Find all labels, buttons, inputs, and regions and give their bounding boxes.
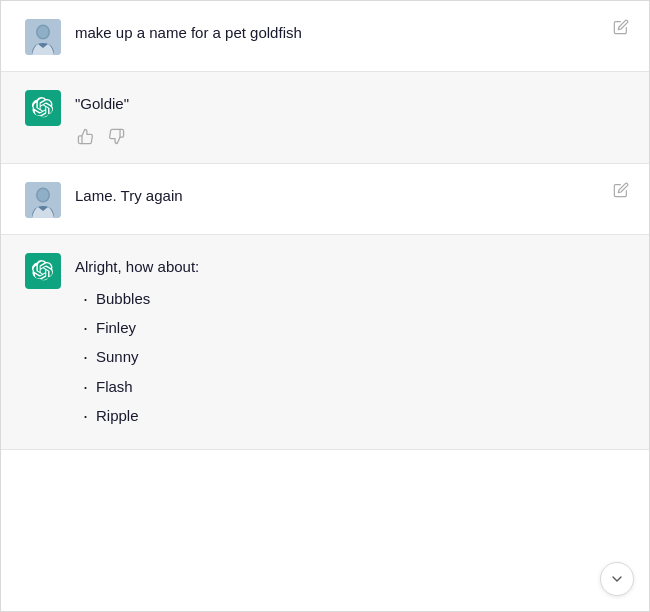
- svg-point-5: [38, 189, 49, 201]
- edit-icon-1[interactable]: [613, 19, 629, 39]
- bullet-text: Ripple: [96, 404, 139, 428]
- list-item: ·Flash: [83, 375, 625, 400]
- ai-message-2: Alright, how about: ·Bubbles·Finley·Sunn…: [1, 235, 649, 450]
- thumbs-down-button-1[interactable]: [106, 126, 127, 147]
- user-avatar: [25, 19, 61, 55]
- ai-message-content-1: "Goldie": [75, 90, 625, 147]
- list-item: ·Sunny: [83, 345, 625, 370]
- bullet-text: Sunny: [96, 345, 139, 369]
- bullet-dot: ·: [83, 375, 88, 400]
- bullet-text: Bubbles: [96, 287, 150, 311]
- feedback-actions-1: [75, 126, 625, 147]
- bullet-dot: ·: [83, 287, 88, 312]
- bullet-text: Flash: [96, 375, 133, 399]
- ai-message-1: "Goldie": [1, 72, 649, 164]
- list-item: ·Ripple: [83, 404, 625, 429]
- list-item: ·Bubbles: [83, 287, 625, 312]
- bullet-dot: ·: [83, 404, 88, 429]
- user-message-2: Lame. Try again: [1, 164, 649, 235]
- thumbs-up-button-1[interactable]: [75, 126, 96, 147]
- user-message-1: make up a name for a pet goldfish: [1, 1, 649, 72]
- ai-message-content-2: Alright, how about: ·Bubbles·Finley·Sunn…: [75, 253, 625, 433]
- bullet-list: ·Bubbles·Finley·Sunny·Flash·Ripple: [83, 287, 625, 429]
- ai-avatar-2: [25, 253, 61, 289]
- edit-icon-2[interactable]: [613, 182, 629, 202]
- user-message-content-1: make up a name for a pet goldfish: [75, 19, 625, 45]
- bullet-dot: ·: [83, 345, 88, 370]
- ai-message-text-1: "Goldie": [75, 92, 625, 116]
- user-avatar-2: [25, 182, 61, 218]
- svg-point-2: [38, 26, 49, 38]
- ai-avatar-1: [25, 90, 61, 126]
- list-item: ·Finley: [83, 316, 625, 341]
- bullet-dot: ·: [83, 316, 88, 341]
- bullet-text: Finley: [96, 316, 136, 340]
- user-message-text-2: Lame. Try again: [75, 184, 625, 208]
- user-message-text-1: make up a name for a pet goldfish: [75, 21, 625, 45]
- scroll-down-button[interactable]: [600, 562, 634, 596]
- chat-container[interactable]: make up a name for a pet goldfish "Goldi…: [0, 0, 650, 612]
- ai-message-text-2: Alright, how about:: [75, 255, 625, 279]
- user-message-content-2: Lame. Try again: [75, 182, 625, 208]
